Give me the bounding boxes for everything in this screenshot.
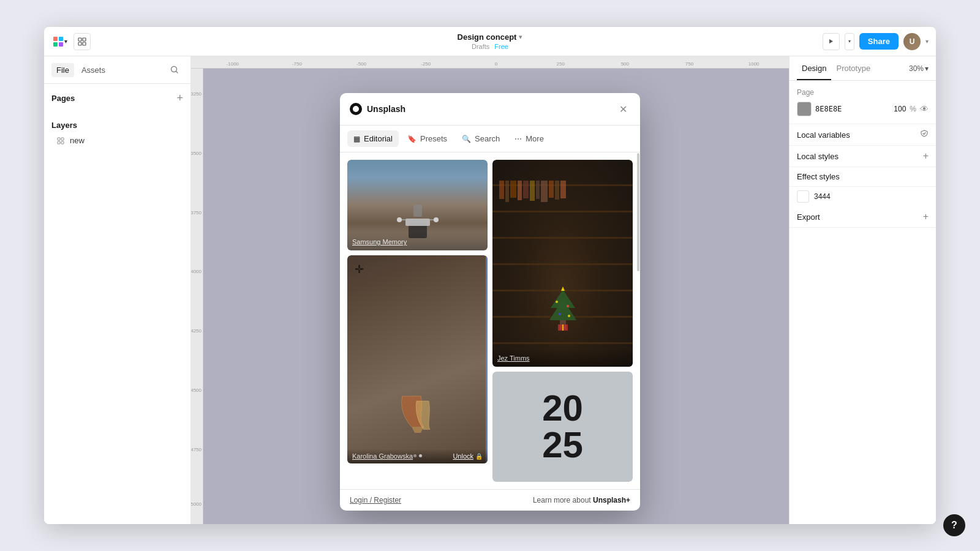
- avatar[interactable]: U: [903, 33, 921, 50]
- svg-point-19: [556, 301, 558, 303]
- modal-scrollbar[interactable]: [636, 152, 640, 489]
- local-styles-row: Local styles +: [790, 146, 936, 167]
- logo-cell-3: [53, 42, 58, 47]
- layout-toggle-btn[interactable]: [74, 33, 91, 50]
- tab-file[interactable]: File: [51, 63, 74, 77]
- add-page-button[interactable]: +: [176, 92, 183, 103]
- free-badge[interactable]: Free: [494, 43, 508, 50]
- tab-prototype[interactable]: Prototype: [831, 58, 875, 80]
- toolbar-right: ▾ Share U ▾: [823, 33, 929, 50]
- layer-item-new[interactable]: new: [51, 133, 183, 148]
- tab-design[interactable]: Design: [797, 58, 831, 80]
- add-export-button[interactable]: +: [923, 211, 929, 222]
- photo-item-cocktail[interactable]: ✛: [347, 255, 488, 463]
- right-panel-tabs: Design Prototype 30% ▾: [790, 56, 936, 81]
- photo-cocktail-image: ✛: [347, 255, 488, 463]
- photo-item-drone[interactable]: Samsung Memory: [347, 160, 488, 250]
- modal-body[interactable]: Samsung Memory ✛: [340, 152, 640, 489]
- color-swatch[interactable]: [797, 102, 812, 116]
- library-caption-text[interactable]: Jez Timms: [497, 354, 530, 362]
- local-variables-title: Local variables: [797, 130, 850, 140]
- search-button[interactable]: [166, 61, 183, 78]
- unsplash-plus-link[interactable]: Unsplash+: [593, 496, 630, 504]
- svg-rect-10: [405, 219, 430, 226]
- zoom-control[interactable]: 30% ▾: [909, 64, 929, 73]
- main-area: File Assets Pages + Layers: [44, 56, 936, 524]
- visibility-icon[interactable]: 👁: [920, 104, 929, 114]
- modal-nav: ▦ Editorial 🔖 Presets 🔍 Search ⋯: [340, 126, 640, 152]
- unlock-label[interactable]: Unlock: [453, 452, 473, 460]
- svg-rect-15: [413, 204, 422, 217]
- play-icon: [828, 38, 834, 45]
- photo-grid: Samsung Memory ✛: [347, 160, 633, 482]
- search-icon: [170, 66, 179, 74]
- learn-more-text: Learn more about Unsplash+: [533, 496, 630, 504]
- login-register-link[interactable]: Login / Register: [350, 496, 401, 504]
- svg-marker-17: [549, 299, 576, 320]
- photo-item-library[interactable]: Jez Timms: [492, 160, 633, 367]
- local-variables-icon[interactable]: [920, 129, 929, 140]
- modal-overlay: Unsplash ✕ ▦ Editorial 🔖 Presets: [191, 56, 789, 524]
- photo-col-left: Samsung Memory ✛: [347, 160, 488, 482]
- nav-editorial[interactable]: ▦ Editorial: [347, 130, 399, 147]
- tab-assets[interactable]: Assets: [77, 63, 110, 77]
- svg-rect-2: [78, 42, 81, 45]
- svg-point-22: [568, 315, 570, 317]
- play-dropdown-btn[interactable]: ▾: [845, 33, 854, 50]
- nav-search[interactable]: 🔍 Search: [456, 130, 506, 147]
- avatar-chevron-icon: ▾: [925, 38, 929, 45]
- pages-header: Pages +: [51, 89, 183, 107]
- svg-rect-8: [61, 141, 64, 144]
- modal-title: Unsplash: [367, 104, 405, 114]
- nav-presets[interactable]: 🔖 Presets: [401, 130, 453, 147]
- presets-icon: 🔖: [407, 135, 417, 143]
- effect-styles-row: Effect styles: [790, 167, 936, 187]
- canvas-area[interactable]: -1000 -750 -500 -250 0 250 500 750 1000 …: [191, 56, 789, 524]
- close-button[interactable]: ✕: [616, 102, 630, 116]
- svg-point-21: [559, 313, 561, 315]
- svg-rect-5: [58, 138, 60, 140]
- nav-more[interactable]: ⋯ More: [508, 130, 550, 147]
- drafts-badge[interactable]: Drafts: [472, 43, 489, 50]
- effect-style-swatch: [797, 190, 809, 203]
- layer-item-label: new: [70, 136, 85, 145]
- effect-style-name: 3444: [814, 192, 831, 201]
- layers-header: Layers: [51, 117, 183, 133]
- logo-chevron-icon: ▾: [64, 38, 67, 45]
- share-button[interactable]: Share: [859, 33, 899, 50]
- drone-caption-text[interactable]: Samsung Memory: [352, 238, 407, 246]
- add-local-style-button[interactable]: +: [923, 151, 929, 162]
- nav-presets-label: Presets: [420, 134, 447, 143]
- export-title: Export: [797, 212, 820, 222]
- project-title[interactable]: Design concept: [458, 32, 517, 42]
- unlock-container[interactable]: Unlock 🔒: [453, 452, 483, 460]
- opacity-value[interactable]: 100: [888, 105, 906, 113]
- effect-style-item[interactable]: 3444: [790, 187, 936, 206]
- library-caption: Jez Timms: [492, 348, 633, 367]
- play-button[interactable]: [823, 33, 840, 50]
- nav-editorial-label: Editorial: [364, 134, 393, 143]
- svg-point-14: [434, 217, 439, 222]
- cocktail-caption-bar: Karolina Grabowska Unlock 🔒: [347, 449, 488, 463]
- color-hex-value[interactable]: 8E8E8E: [815, 105, 884, 113]
- page-label: Page: [797, 88, 929, 97]
- left-sidebar: File Assets Pages + Layers: [44, 56, 191, 524]
- layers-title: Layers: [51, 121, 77, 130]
- figma-logo[interactable]: ▾: [51, 33, 69, 50]
- project-name-row: Design concept ▾: [458, 32, 523, 42]
- toolbar-chevron-icon: ▾: [519, 33, 522, 41]
- svg-rect-1: [83, 38, 86, 41]
- unsplash-modal: Unsplash ✕ ▦ Editorial 🔖 Presets: [340, 93, 640, 511]
- cocktail-svg: [387, 378, 448, 451]
- photo-item-2025[interactable]: 2025: [492, 372, 633, 482]
- logo-cell-1: [53, 37, 58, 41]
- nav-more-label: More: [526, 134, 544, 143]
- page-section: Page 8E8E8E 100 % 👁: [790, 81, 936, 124]
- editorial-icon: ▦: [353, 135, 360, 143]
- frame-grid-icon: [57, 137, 64, 144]
- logo-cell-4: [59, 42, 63, 47]
- variables-icon: [920, 129, 929, 138]
- help-button[interactable]: ?: [943, 514, 965, 536]
- photo-caption-drone: Samsung Memory: [347, 232, 488, 250]
- cocktail-caption-text[interactable]: Karolina Grabowska: [352, 452, 413, 460]
